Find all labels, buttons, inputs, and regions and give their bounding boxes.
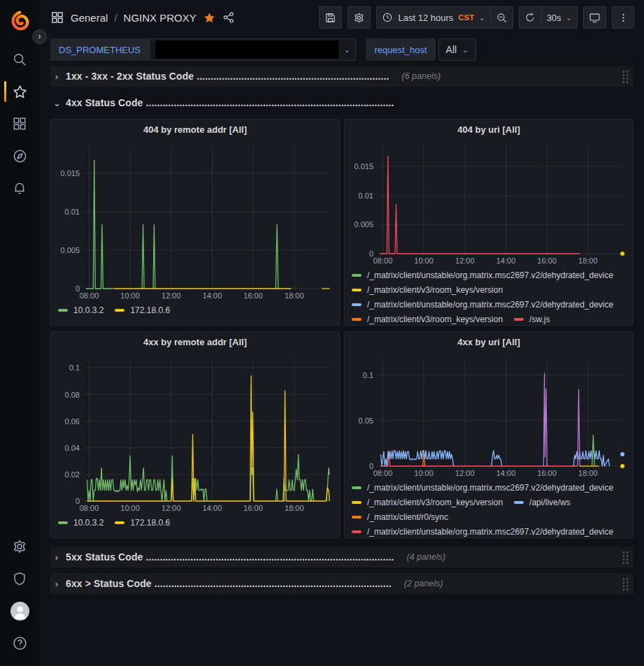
shield-icon [12, 571, 27, 586]
svg-text:0.01: 0.01 [359, 191, 373, 200]
row-drag-handle[interactable] [622, 551, 629, 564]
svg-text:0.08: 0.08 [65, 391, 80, 399]
legend-item[interactable]: /_matrix/client/unstable/org.matrix.msc2… [352, 483, 613, 493]
legend-label: 10.0.3.2 [73, 305, 103, 315]
panel-4xx-by-remote-addr: 4xx by remote addr [All] 08:0010:0012:00… [50, 331, 340, 538]
svg-text:0.05: 0.05 [359, 417, 373, 425]
panel-row-2: 4xx by remote addr [All] 08:0010:0012:00… [50, 331, 634, 538]
legend-item[interactable]: 10.0.3.2 [58, 305, 103, 315]
legend-swatch [352, 289, 362, 291]
sidebar-expand-button[interactable]: › [32, 29, 47, 44]
time-range-picker[interactable]: Last 12 hours CST ⌄ [376, 6, 489, 29]
timeseries-chart[interactable]: 08:0010:0012:0014:0016:0018:0000.050.1 [350, 352, 629, 479]
row-6xx[interactable]: › 6xx > Status Code ....................… [50, 573, 634, 594]
refresh-interval-value: 30s [547, 13, 561, 23]
timeseries-chart[interactable]: 08:0010:0012:0014:0016:0018:0000.0050.01… [350, 139, 629, 266]
tv-mode-button[interactable] [583, 6, 606, 29]
share-icon[interactable] [222, 11, 235, 24]
svg-text:0.005: 0.005 [354, 220, 373, 229]
legend-label: /_matrix/client/unstable/org.matrix.msc2… [367, 300, 613, 310]
chevron-down-icon: ⌄ [344, 46, 350, 54]
sidebar-item-alerting[interactable] [0, 172, 39, 204]
breadcrumb: General / NGINX PROXY [50, 10, 235, 24]
legend-item[interactable]: /api/live/ws [514, 498, 571, 507]
legend-item[interactable]: /_matrix/client/unstable/org.matrix.msc2… [352, 300, 613, 310]
ds-prometheus-dropdown[interactable]: ⌄ [149, 38, 356, 61]
legend-item[interactable]: 10.0.3.2 [58, 518, 103, 528]
dashboard-settings-button[interactable] [348, 6, 371, 29]
legend-label: /_matrix/client/r0/sync [367, 512, 448, 522]
panel-title[interactable]: 4xx by uri [All] [350, 332, 627, 352]
legend-item[interactable]: /_matrix/client/v3/room_keys/version [352, 314, 503, 324]
svg-text:18:00: 18:00 [285, 504, 304, 512]
svg-text:0.06: 0.06 [65, 417, 80, 426]
legend-label: /_matrix/client/v3/room_keys/version [367, 314, 503, 324]
row-panel-count: (4 panels) [407, 552, 616, 562]
chevron-down-icon: ⌄ [566, 14, 572, 22]
sidebar-item-starred[interactable] [0, 75, 39, 108]
row-drag-handle[interactable] [622, 577, 629, 591]
refresh-interval-picker[interactable]: 30s ⌄ [541, 6, 578, 29]
panel-title[interactable]: 404 by uri [All] [350, 120, 627, 139]
avatar [10, 602, 29, 621]
refresh-icon [524, 12, 536, 23]
svg-text:0.005: 0.005 [60, 246, 80, 254]
sidebar-item-server-admin[interactable] [0, 563, 39, 595]
legend-item[interactable]: 172.18.0.6 [115, 305, 170, 315]
row-1xx-3xx-2xx[interactable]: › 1xx - 3xx - 2xx Status Code ..........… [50, 66, 634, 87]
row-drag-handle[interactable] [622, 70, 629, 83]
legend-item[interactable]: /_matrix/client/v3/room_keys/version [352, 285, 503, 295]
sidebar-item-configuration[interactable] [0, 530, 39, 563]
legend-label: /api/live/ws [529, 498, 571, 507]
legend-item[interactable]: /_matrix/client/v3/room_keys/version [352, 498, 503, 507]
sidebar-item-dashboards[interactable] [0, 108, 39, 140]
svg-text:10:00: 10:00 [120, 291, 140, 300]
favorite-star-icon[interactable] [203, 11, 216, 24]
svg-text:16:00: 16:00 [537, 469, 557, 477]
refresh-button[interactable] [519, 6, 541, 29]
refresh-controls: 30s ⌄ [519, 6, 578, 29]
timeseries-chart[interactable]: 08:0010:0012:0014:0016:0018:0000.020.040… [57, 352, 335, 514]
svg-text:12:00: 12:00 [162, 504, 181, 512]
legend-item[interactable]: /_matrix/client/r0/sync [352, 512, 448, 522]
sidebar-item-profile[interactable] [0, 595, 39, 627]
breadcrumb-folder[interactable]: General [71, 12, 108, 24]
sidebar-item-help[interactable] [0, 627, 39, 659]
svg-text:14:00: 14:00 [203, 504, 222, 512]
zoom-out-button[interactable] [490, 6, 513, 29]
legend-swatch [352, 318, 362, 321]
legend-label: /sw.js [529, 314, 550, 324]
svg-text:0.015: 0.015 [354, 162, 373, 171]
svg-text:0: 0 [76, 284, 80, 293]
svg-text:14:00: 14:00 [203, 291, 222, 300]
row-5xx[interactable]: › 5xx Status Code ......................… [50, 546, 634, 567]
row-panel-count: (6 panels) [402, 71, 616, 81]
row-4xx[interactable]: ⌄ 4xx Status Code ......................… [50, 92, 634, 113]
panel-title[interactable]: 404 by remote addr [All] [57, 120, 334, 139]
chart-legend: 10.0.3.2172.18.0.6 [57, 514, 334, 528]
timeseries-chart[interactable]: 08:0010:0012:0014:0016:0018:0000.0050.01… [57, 139, 335, 301]
legend-item[interactable]: /sw.js [514, 314, 550, 324]
request-host-dropdown[interactable]: All ⌄ [438, 38, 476, 61]
star-icon [12, 84, 28, 100]
legend-item[interactable]: /_matrix/client/unstable/org.matrix.msc2… [352, 270, 613, 280]
chart-legend: /_matrix/client/unstable/org.matrix.msc2… [350, 266, 627, 324]
legend-swatch [352, 486, 362, 489]
legend-label: /_matrix/client/unstable/org.matrix.msc2… [367, 483, 613, 493]
svg-text:18:00: 18:00 [285, 291, 304, 300]
legend-item[interactable]: /_matrix/client/unstable/org.matrix.msc2… [352, 527, 613, 537]
timezone-label: CST [458, 13, 474, 22]
dashboards-grid-icon [12, 116, 27, 131]
sidebar-item-explore[interactable] [0, 140, 39, 172]
kebab-menu-button[interactable] [612, 6, 634, 29]
svg-text:08:00: 08:00 [80, 504, 99, 512]
save-dashboard-button[interactable] [319, 6, 342, 29]
row-panel-count: (2 panels) [404, 579, 616, 588]
legend-item[interactable]: 172.18.0.6 [115, 518, 170, 528]
toolbar: Last 12 hours CST ⌄ [319, 6, 634, 29]
svg-text:16:00: 16:00 [243, 291, 263, 300]
sidebar-item-search[interactable] [0, 43, 39, 75]
dashboard-content: › 1xx - 3xx - 2xx Status Code ..........… [39, 64, 644, 666]
panel-title[interactable]: 4xx by remote addr [All] [57, 332, 334, 352]
page-title[interactable]: NGINX PROXY [124, 12, 196, 24]
